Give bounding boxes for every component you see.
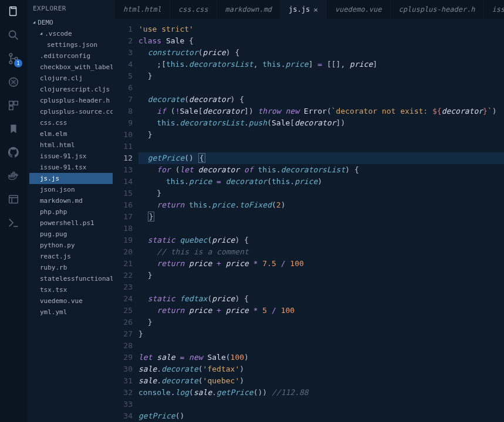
close-icon[interactable]: × (313, 5, 318, 14)
code-line[interactable]: } (138, 270, 504, 281)
tree-file[interactable]: js.js (29, 173, 113, 184)
tab[interactable]: css.css (170, 0, 217, 19)
tree-file[interactable]: settings.json (29, 39, 113, 50)
code-line[interactable]: } (138, 328, 504, 340)
tree-file[interactable]: pug.pug (29, 229, 113, 240)
scm-badge: 1 (14, 59, 22, 67)
source-control-icon[interactable]: 1 (6, 52, 21, 66)
code-line[interactable]: } (138, 316, 504, 328)
code-line[interactable]: let sale = new Sale(100) (138, 352, 504, 363)
code-line[interactable]: } (138, 211, 504, 223)
tab[interactable]: html.html (115, 0, 170, 19)
tree-file[interactable]: clojurescript.cljs (29, 84, 113, 95)
tab-label: html.html (123, 5, 161, 13)
code-line[interactable]: // this is a comment (138, 246, 504, 258)
code-line[interactable]: sale.decorate('quebec') (138, 375, 504, 387)
svg-rect-8 (9, 106, 13, 110)
tree-file[interactable]: python.py (29, 240, 113, 251)
svg-rect-6 (9, 101, 13, 105)
code-line[interactable]: for (let decorator of this.decoratorsLis… (138, 164, 504, 176)
tree-file[interactable]: cplusplus-header.h (29, 95, 113, 106)
tab-label: cplusplus-header.h (399, 5, 475, 13)
tab[interactable]: vuedemo.vue (327, 0, 390, 19)
code-content[interactable]: 'use strict'class Sale { constructor(pri… (138, 19, 504, 422)
tabs-bar: html.htmlcss.cssmarkdown.mdjs.js×vuedemo… (115, 0, 504, 19)
tree-file[interactable]: css.css (29, 117, 113, 128)
bookmark-icon[interactable] (6, 122, 21, 136)
code-line[interactable]: return price + price * 5 / 100 (138, 305, 504, 316)
debug-icon[interactable] (6, 75, 21, 89)
svg-point-2 (9, 53, 12, 56)
tree-file[interactable]: cplusplus-source.cc (29, 106, 113, 117)
tree-file[interactable]: elm.elm (29, 128, 113, 139)
tree-file[interactable]: tsx.tsx (29, 284, 113, 295)
code-line[interactable]: } (138, 188, 504, 199)
tree-file[interactable]: react.js (29, 251, 113, 262)
code-line[interactable]: return price + price * 7.5 / 100 (138, 258, 504, 270)
svg-rect-7 (14, 101, 18, 105)
tree-file[interactable]: html.html (29, 139, 113, 151)
code-line[interactable]: } (138, 70, 504, 82)
tree-root-folder[interactable]: DEMO (29, 17, 113, 28)
code-line[interactable] (138, 141, 504, 152)
code-line[interactable]: return this.price.toFixed(2) (138, 199, 504, 211)
code-line[interactable]: console.log(sale.getPrice()) //112.88 (138, 387, 504, 399)
tree-file[interactable]: json.json (29, 184, 113, 195)
extensions-icon[interactable] (6, 98, 21, 113)
svg-rect-9 (9, 196, 18, 203)
tab[interactable]: js.js× (280, 0, 327, 19)
code-line[interactable]: getPrice() (138, 410, 504, 422)
tree-file[interactable]: .editorconfig (29, 50, 113, 62)
code-line[interactable] (138, 281, 504, 293)
sidebar: EXPLORER DEMO .vscode settings.json .edi… (27, 0, 115, 422)
tree-file[interactable]: vuedemo.vue (29, 295, 113, 307)
activity-bar: 1 (0, 0, 27, 422)
file-tree: DEMO .vscode settings.json .editorconfig… (27, 17, 115, 318)
code-line[interactable]: } (138, 129, 504, 141)
code-line[interactable]: getPrice() { (138, 152, 504, 164)
tree-file[interactable]: php.php (29, 206, 113, 217)
tab[interactable]: issue-91.jsx (484, 0, 504, 19)
tree-file[interactable]: issue-91.tsx (29, 162, 113, 173)
code-line[interactable]: class Sale { (138, 35, 504, 47)
tab-label: issue-91.jsx (492, 5, 504, 13)
code-line[interactable]: this.price = decorator(this.price) (138, 176, 504, 188)
code-line[interactable]: this.decoratorsList.push(Sale[decorator]… (138, 117, 504, 129)
code-line[interactable]: static fedtax(price) { (138, 293, 504, 305)
project-icon[interactable] (6, 192, 21, 206)
docker-icon[interactable] (6, 169, 21, 183)
tree-file[interactable]: ruby.rb (29, 262, 113, 273)
tab[interactable]: cplusplus-header.h (391, 0, 484, 19)
explorer-icon[interactable] (6, 5, 21, 19)
tree-file[interactable]: yml.yml (29, 307, 113, 318)
tab-label: markdown.md (225, 5, 272, 13)
search-icon[interactable] (6, 28, 21, 42)
svg-point-1 (9, 31, 16, 38)
svg-point-3 (9, 61, 12, 64)
tree-file[interactable]: checkbox_with_label… (29, 62, 113, 73)
code-editor[interactable]: 1234567891011121314151617181920212223242… (115, 19, 504, 422)
line-gutter: 1234567891011121314151617181920212223242… (115, 19, 138, 422)
code-line[interactable]: decorate(decorator) { (138, 94, 504, 106)
tab[interactable]: markdown.md (217, 0, 280, 19)
terminal-icon[interactable] (6, 216, 21, 230)
github-icon[interactable] (6, 145, 21, 159)
code-line[interactable]: static quebec(price) { (138, 234, 504, 246)
code-line[interactable]: sale.decorate('fedtax') (138, 363, 504, 375)
tree-folder-vscode[interactable]: .vscode (29, 28, 113, 39)
code-line[interactable] (138, 82, 504, 94)
tree-file[interactable]: markdown.md (29, 195, 113, 206)
tab-label: js.js (289, 5, 310, 13)
explorer-title: EXPLORER (27, 0, 115, 17)
code-line[interactable]: constructor(price) { (138, 47, 504, 59)
code-line[interactable]: if (!Sale[decorator]) throw new Error(`d… (138, 106, 504, 117)
tree-file[interactable]: powershell.ps1 (29, 217, 113, 229)
tree-file[interactable]: statelessfunctionalr… (29, 273, 113, 284)
tree-file[interactable]: issue-91.jsx (29, 151, 113, 162)
tree-file[interactable]: clojure.clj (29, 73, 113, 84)
code-line[interactable] (138, 223, 504, 234)
code-line[interactable] (138, 399, 504, 410)
code-line[interactable]: 'use strict' (138, 23, 504, 35)
code-line[interactable]: ;[this.decoratorsList, this.price] = [[]… (138, 59, 504, 70)
code-line[interactable] (138, 340, 504, 352)
